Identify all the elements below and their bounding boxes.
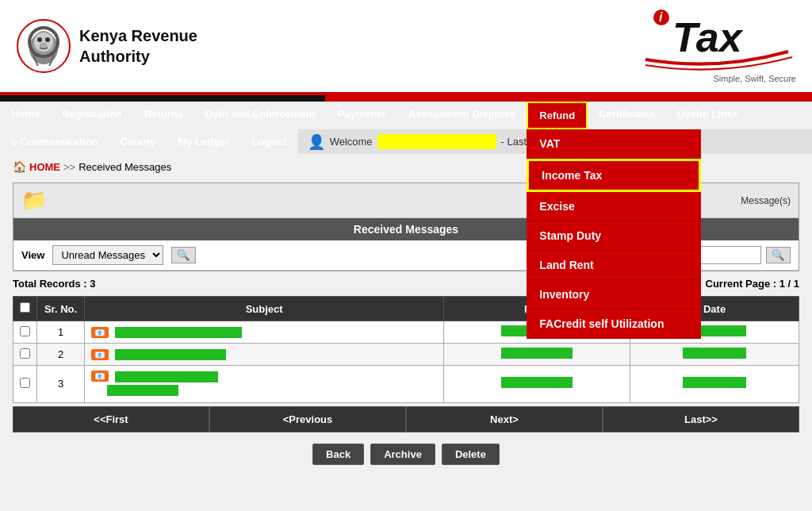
home-icon: 🏠 [13, 160, 26, 173]
archive-button[interactable]: Archive [370, 444, 435, 465]
message-count-label: Message(s) [741, 195, 791, 206]
select-all-checkbox[interactable] [20, 302, 30, 313]
main-navigation: Home Registration Returns Debt and Enfor… [0, 102, 812, 154]
breadcrumb-current: Received Messages [79, 161, 171, 173]
nav-useful[interactable]: Useful Links [666, 102, 749, 129]
nav-certificates[interactable]: Certificates [588, 102, 666, 129]
refund-dropdown: VAT Income Tax Excise Stamp Duty Land Re… [527, 129, 701, 339]
row2-checkbox-cell [13, 344, 37, 366]
row3-date [630, 366, 799, 403]
nav-logout[interactable]: Logout [241, 129, 298, 154]
row3-subject-bar2 [107, 385, 178, 396]
pagination-bar: <<First <Previous Next> Last>> [13, 406, 799, 432]
page-header: Kenya Revenue Authority i Tax Simple, Sw… [0, 0, 812, 95]
row3-subject-icon: 📧 [91, 371, 109, 382]
row3-checkbox-cell [13, 366, 37, 403]
org-name-line2: Authority [79, 48, 150, 65]
svg-text:i: i [659, 10, 663, 24]
view-select[interactable]: Unread Messages All Messages Read Messag… [52, 245, 163, 265]
row1-checkbox-cell [13, 321, 37, 344]
nav-home[interactable]: Home [0, 102, 51, 129]
search-go-button[interactable]: 🔍 [766, 247, 791, 263]
row3-from [444, 366, 630, 403]
col-subject: Subject [85, 297, 444, 321]
username-highlight [377, 134, 496, 149]
dropdown-inventory[interactable]: Inventory [527, 280, 701, 309]
view-search-button[interactable]: 🔍 [171, 247, 196, 263]
nav-county[interactable]: County [109, 129, 167, 154]
user-icon: 👤 [308, 133, 325, 151]
col-srno: Sr. No. [37, 297, 85, 321]
row1-subject: 📧 [85, 321, 444, 344]
folder-icon: 📁 [21, 188, 47, 213]
row2-subject-icon: 📧 [91, 349, 109, 360]
welcome-prefix: Welcome [330, 136, 373, 148]
messages-title: Received Messages [354, 223, 458, 236]
delete-button[interactable]: Delete [442, 444, 500, 465]
back-button[interactable]: Back [312, 444, 364, 465]
nav-ecomm[interactable]: e-Communication [0, 129, 109, 154]
row3-subject-bar1 [115, 371, 218, 382]
svg-point-5 [37, 37, 42, 42]
kra-lion-icon [16, 18, 71, 74]
row2-from [444, 344, 630, 366]
nav-refund[interactable]: Refund [527, 102, 588, 129]
row3-from-bar [501, 377, 573, 388]
row3-checkbox[interactable] [20, 378, 30, 388]
breadcrumb-separator: >> [63, 161, 75, 173]
svg-text:Tax: Tax [672, 14, 744, 60]
row2-subject: 📧 [85, 344, 444, 366]
dropdown-vat[interactable]: VAT [527, 129, 701, 159]
nav-refund-wrapper: Refund VAT Income Tax Excise Stamp Duty … [527, 102, 588, 129]
dropdown-facredit[interactable]: FACredit self Utilization [527, 309, 701, 339]
org-name: Kenya Revenue Authority [79, 25, 197, 67]
row1-subject-icon: 📧 [91, 327, 109, 338]
prev-page-button[interactable]: <Previous [209, 406, 406, 432]
view-label: View [21, 249, 44, 261]
row3-date-bar [683, 377, 746, 388]
nav-returns[interactable]: Returns [133, 102, 194, 129]
row2-checkbox[interactable] [20, 348, 30, 359]
action-buttons-area: Back Archive Delete [0, 432, 812, 476]
nav-myledger[interactable]: My Ledger [167, 129, 241, 154]
current-page: Current Page : 1 / 1 [706, 278, 799, 290]
row2-date-bar [683, 348, 746, 359]
itax-logo-area: i Tax Simple, Swift, Secure [638, 8, 796, 84]
row2-date [630, 344, 799, 366]
nav-assessment[interactable]: Assessment Disputes [397, 102, 527, 129]
table-row: 3 📧 [13, 366, 799, 403]
kra-logo-area: Kenya Revenue Authority [16, 18, 197, 74]
nav-row-1: Home Registration Returns Debt and Enfor… [0, 102, 812, 129]
row2-subject-bar [115, 349, 226, 360]
first-page-button[interactable]: <<First [13, 406, 209, 432]
itax-logo-svg: i Tax [638, 8, 796, 79]
svg-point-7 [40, 43, 48, 48]
dropdown-land-rent[interactable]: Land Rent [527, 251, 701, 280]
next-page-button[interactable]: Next> [406, 406, 603, 432]
message-count-area: Message(s) [741, 195, 791, 206]
svg-point-6 [45, 37, 50, 42]
col-checkbox [13, 297, 37, 321]
nav-debt[interactable]: Debt and Enforcement [194, 102, 327, 129]
row1-checkbox[interactable] [20, 326, 30, 336]
dropdown-stamp-duty[interactable]: Stamp Duty [527, 221, 701, 251]
row3-srno: 3 [37, 366, 85, 403]
decorative-bar [0, 95, 812, 102]
breadcrumb-home[interactable]: HOME [29, 161, 60, 173]
total-records: Total Records : 3 [13, 278, 96, 290]
row1-srno: 1 [37, 321, 85, 344]
itax-logo: i Tax Simple, Swift, Secure [638, 8, 796, 83]
org-name-line1: Kenya Revenue [79, 27, 197, 44]
row2-from-bar [501, 348, 573, 359]
last-page-button[interactable]: Last>> [603, 406, 799, 432]
dropdown-income-tax[interactable]: Income Tax [527, 159, 701, 192]
nav-payments[interactable]: Payments [327, 102, 397, 129]
row2-srno: 2 [37, 344, 85, 366]
table-row: 2 📧 [13, 344, 799, 366]
row3-subject: 📧 [85, 366, 444, 403]
row1-subject-bar [115, 327, 242, 338]
nav-registration[interactable]: Registration [51, 102, 133, 129]
dropdown-excise[interactable]: Excise [527, 192, 701, 221]
